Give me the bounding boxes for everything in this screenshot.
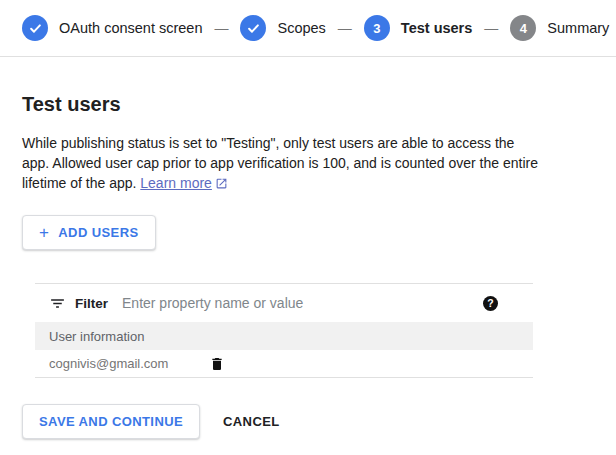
step-complete-check-icon [22, 15, 48, 41]
delete-user-button[interactable] [209, 356, 225, 372]
step-label: OAuth consent screen [59, 20, 202, 36]
step-separator: — [214, 20, 228, 36]
step-label: Scopes [277, 20, 325, 36]
step-number-badge: 3 [364, 15, 390, 41]
test-user-email: cognivis@gmail.com [49, 356, 194, 371]
plus-icon: + [39, 226, 49, 239]
step-test-users[interactable]: 3 Test users [364, 15, 472, 41]
table-row: cognivis@gmail.com [35, 350, 533, 378]
description-text: While publishing status is set to "Testi… [22, 135, 538, 191]
page-title: Test users [22, 93, 616, 116]
footer-actions: SAVE AND CONTINUE CANCEL [0, 404, 616, 439]
external-link-icon [215, 177, 228, 190]
wizard-stepper: OAuth consent screen — Scopes — 3 Test u… [0, 0, 616, 57]
step-number-badge: 4 [510, 15, 536, 41]
column-header-user-information: User information [49, 329, 144, 344]
step-scopes[interactable]: Scopes [240, 15, 325, 41]
cancel-button[interactable]: CANCEL [223, 414, 280, 429]
learn-more-label: Learn more [140, 173, 212, 193]
filter-label: Filter [75, 296, 108, 311]
page-description: While publishing status is set to "Testi… [22, 133, 538, 193]
trash-icon [209, 356, 225, 372]
step-label: Summary [547, 20, 609, 36]
filter-bar: Filter ? [35, 283, 533, 322]
step-complete-check-icon [240, 15, 266, 41]
save-and-continue-button[interactable]: SAVE AND CONTINUE [22, 404, 200, 439]
step-separator: — [484, 20, 498, 36]
add-users-label: ADD USERS [58, 225, 138, 240]
help-icon[interactable]: ? [483, 296, 498, 311]
step-label: Test users [401, 20, 472, 36]
step-separator: — [338, 20, 352, 36]
learn-more-link[interactable]: Learn more [140, 173, 228, 193]
step-oauth-consent-screen[interactable]: OAuth consent screen [22, 15, 202, 41]
step-summary[interactable]: 4 Summary [510, 15, 609, 41]
table-header-row: User information [35, 322, 533, 350]
filter-input[interactable] [122, 295, 483, 311]
filter-icon [49, 295, 66, 312]
main-content: Test users While publishing status is se… [0, 93, 616, 250]
add-users-button[interactable]: + ADD USERS [22, 215, 156, 250]
test-users-table: Filter ? User information cognivis@gmail… [35, 283, 533, 378]
